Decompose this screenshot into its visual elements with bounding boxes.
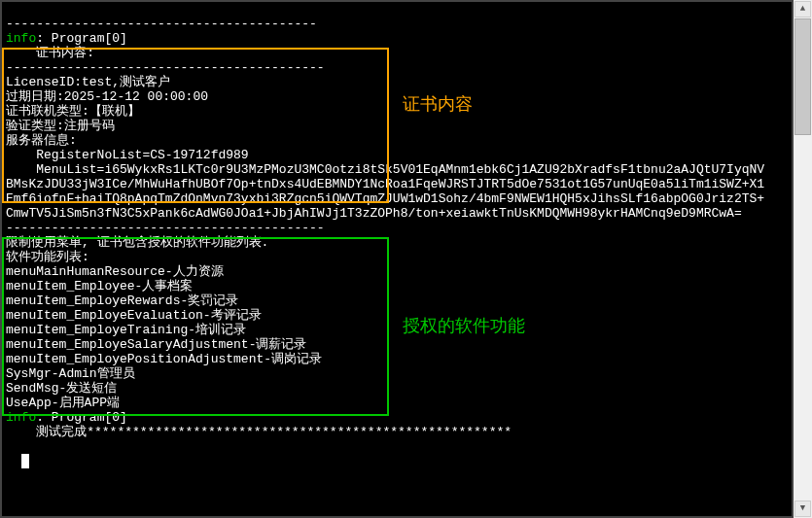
log-level: info	[6, 410, 36, 425]
annotation-label-features: 授权的软件功能	[403, 319, 525, 333]
cursor	[21, 454, 29, 468]
divider-line: ----------------------------------------…	[6, 60, 325, 75]
register-no-line: RegisterNoList=CS-19712fd989	[6, 148, 249, 162]
feature-line: menuItem_EmployePositionAdjustment-调岗记录	[6, 352, 322, 366]
server-info-label: 服务器信息:	[6, 133, 77, 148]
feature-line: menuItem_EmployeSalaryAdjustment-调薪记录	[6, 337, 306, 352]
feature-line: SendMsg-发送短信	[6, 381, 117, 396]
feature-line: UseApp-启用APP端	[6, 396, 120, 410]
test-done-line: 测试完成************************************…	[6, 425, 512, 439]
program-footer: Program[0]	[52, 410, 127, 425]
divider-line: ----------------------------------------…	[6, 221, 325, 235]
menu-list-line: Emf6iofnF+haiTQ8pApqTmZdOnMvn73yxbi3RZgc…	[6, 191, 764, 206]
lic-type-line: 证书联机类型:【联机】	[6, 104, 140, 119]
license-content-label: 证书内容:	[6, 46, 94, 60]
license-id-line: LicenseID:test,测试客户	[6, 75, 170, 89]
verify-type-line: 验证类型:注册号码	[6, 119, 115, 133]
expire-line: 过期日期:2025-12-12 00:00:00	[6, 89, 208, 104]
feature-list-label: 软件功能列表:	[6, 250, 89, 264]
scrollbar-thumb[interactable]	[794, 18, 811, 135]
restrict-line: 限制使用菜单, 证书包含授权的软件功能列表.	[6, 235, 268, 250]
annotation-label-license: 证书内容	[403, 97, 473, 112]
vertical-scrollbar[interactable]: ▲ ▼	[794, 0, 812, 518]
divider-line: ----------------------------------------…	[6, 17, 317, 31]
feature-line: SysMgr-Admin管理员	[6, 366, 135, 381]
feature-line: menuMainHumanResource-人力资源	[6, 264, 224, 279]
scroll-up-button[interactable]: ▲	[794, 1, 811, 17]
terminal-window: ----------------------------------------…	[0, 0, 794, 518]
program-header: Program[0]	[52, 31, 127, 46]
menu-list-line: MenuList=i65WykxRs1LKTc0r9U3MzPMozU3MC0o…	[6, 162, 764, 177]
scroll-down-button[interactable]: ▼	[794, 501, 811, 517]
feature-line: menuItem_Employee-人事档案	[6, 279, 193, 294]
feature-line: menuItem_EmployeTraining-培训记录	[6, 323, 246, 337]
menu-list-line: CmwTV5JiSm5n3fN3C5xPank6cAdWG0JOa1+JbjAh…	[6, 206, 742, 221]
feature-line: menuItem_EmployeEvaluation-考评记录	[6, 308, 262, 323]
log-level: info	[6, 31, 36, 46]
menu-list-line: BMsKzJDU33jW3ICe/MhWuHafhUBOf7Op+tnDxs4U…	[6, 177, 764, 191]
feature-line: menuItem_EmployeRewards-奖罚记录	[6, 294, 238, 308]
